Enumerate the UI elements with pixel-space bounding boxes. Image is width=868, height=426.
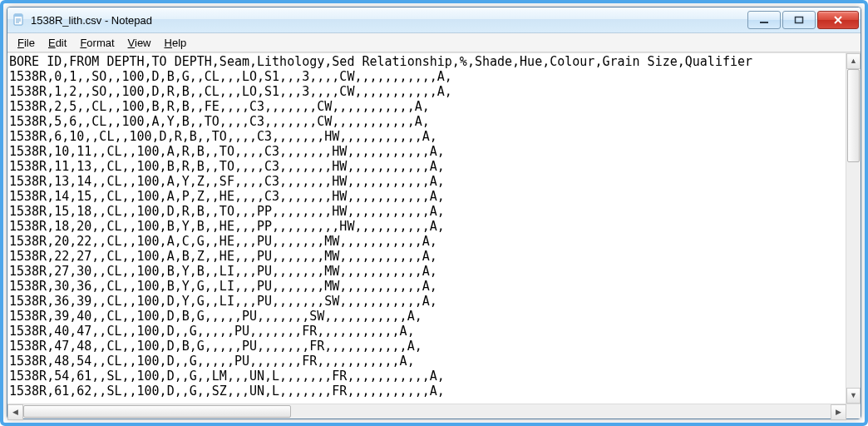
scroll-up-button[interactable]: ▲ [846,53,861,69]
title-bar[interactable]: 1538R_lith.csv - Notepad [7,7,861,33]
window-title: 1538R_lith.csv - Notepad [31,14,152,27]
arrow-down-icon: ▼ [850,392,857,399]
menu-bar: File Edit Format View Help [7,33,861,52]
scroll-down-button[interactable]: ▼ [846,388,861,404]
vertical-scrollbar[interactable]: ▲ ▼ [846,53,861,404]
menu-file[interactable]: File [11,36,42,50]
horizontal-scroll-thumb[interactable] [23,405,291,418]
vertical-scroll-track[interactable] [846,69,861,388]
scrollbar-corner [846,404,861,419]
menu-view[interactable]: View [121,36,158,50]
horizontal-scroll-track[interactable] [23,404,831,419]
svg-rect-5 [760,22,768,23]
horizontal-scrollbar[interactable]: ◀ ▶ [7,404,846,419]
close-icon [833,16,843,24]
svg-rect-6 [796,17,803,23]
close-button[interactable] [817,11,859,29]
arrow-right-icon: ▶ [836,409,841,416]
arrow-left-icon: ◀ [12,409,18,416]
svg-rect-1 [14,14,22,17]
minimize-icon [759,16,769,24]
vertical-scroll-thumb[interactable] [847,69,860,162]
scroll-left-button[interactable]: ◀ [7,404,23,420]
menu-format[interactable]: Format [73,36,121,50]
minimize-button[interactable] [747,11,781,29]
arrow-up-icon: ▲ [850,57,857,65]
maximize-icon [794,16,804,24]
menu-edit[interactable]: Edit [42,36,73,50]
notepad-icon [12,13,26,27]
text-area[interactable]: BORE ID,FROM DEPTH,TO DEPTH,Seam,Litholo… [7,53,846,404]
notepad-window: 1538R_lith.csv - Notepad File Ed [7,7,861,419]
scroll-right-button[interactable]: ▶ [831,404,846,420]
menu-help[interactable]: Help [158,36,194,50]
maximize-button[interactable] [782,11,816,29]
